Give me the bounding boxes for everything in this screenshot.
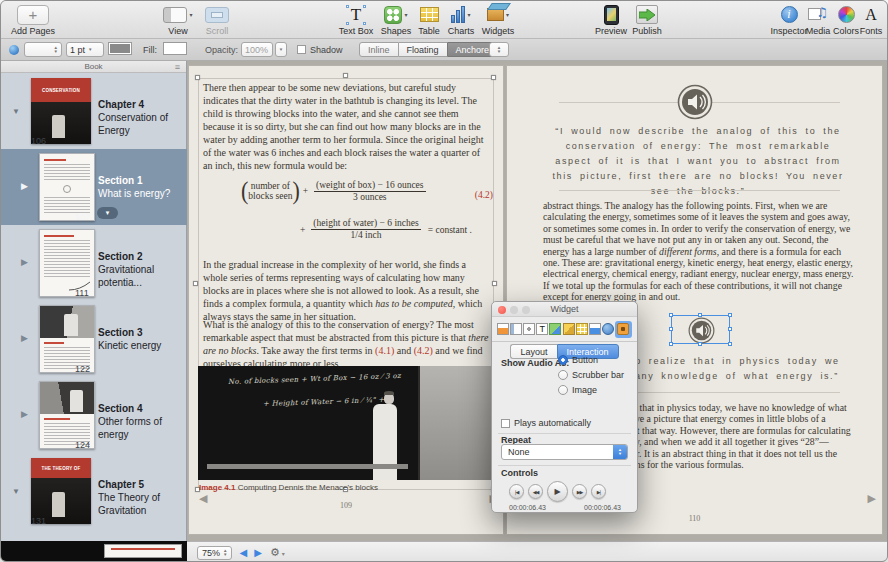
- opacity-field[interactable]: 100%: [241, 42, 273, 57]
- play-triangle-icon[interactable]: ▶: [21, 409, 28, 419]
- wrap-floating-segment[interactable]: Floating: [399, 42, 447, 57]
- selection-handle[interactable]: [728, 313, 732, 317]
- previous-page-button[interactable]: ◀: [239, 547, 247, 558]
- wrap-stepper[interactable]: ▲▼: [489, 42, 509, 57]
- sidebar-item-chapter-5[interactable]: ▼ THE THEORY OF 131 Chapter 5The Theory …: [1, 453, 187, 529]
- add-pages-button[interactable]: + Add Pages: [7, 3, 59, 36]
- zoom-level-select[interactable]: 75% ▲▼: [197, 546, 232, 560]
- shadow-checkbox[interactable]: Shadow: [297, 42, 343, 57]
- sidebar-header-label: Book: [84, 62, 102, 71]
- sidebar-item-section-4[interactable]: ▶ 124 Section 4Other forms of energy: [1, 377, 187, 453]
- selection-handle[interactable]: [728, 342, 732, 346]
- text-box-icon: T: [346, 5, 366, 25]
- sidebar-item-label: Section 4Other forms of energy: [98, 402, 187, 441]
- publish-icon: [636, 5, 658, 24]
- skip-to-end-button[interactable]: ▶|: [591, 484, 606, 499]
- play-triangle-icon[interactable]: ▶: [21, 333, 28, 343]
- sidebar-item-section-3[interactable]: ▶ 122 Section 3Kinetic energy: [1, 301, 187, 377]
- selection-handle[interactable]: [492, 281, 497, 286]
- document-inspector-icon[interactable]: [497, 323, 509, 335]
- play-triangle-icon[interactable]: ▶: [21, 257, 28, 267]
- publish-button[interactable]: Publish: [629, 3, 665, 36]
- close-icon[interactable]: [498, 306, 506, 314]
- metrics-inspector-icon[interactable]: [563, 323, 575, 335]
- selection-handle[interactable]: [193, 281, 198, 286]
- panel-title: Widget: [550, 304, 578, 314]
- inspector-icon: i: [781, 6, 798, 23]
- text-inspector-icon[interactable]: T: [536, 323, 548, 335]
- repeat-select[interactable]: None ▲▼: [501, 444, 628, 460]
- selection-handle[interactable]: [491, 75, 496, 80]
- radio-image-option[interactable]: Image: [558, 385, 597, 395]
- sidebar-item-section-1[interactable]: ▶ 107 Section 1What is energy? ▼: [1, 149, 187, 225]
- scroll-label: Scroll: [199, 26, 235, 36]
- sidebar-item-label: Section 3Kinetic energy: [98, 326, 161, 352]
- equation-4-2: ( number ofblocks seen ) + (weight of bo…: [241, 178, 429, 204]
- rewind-button[interactable]: ◀◀: [528, 484, 543, 499]
- fast-forward-button[interactable]: ▶▶: [572, 484, 587, 499]
- gear-icon[interactable]: ⚙ ▾: [270, 546, 285, 559]
- fonts-label: Fonts: [857, 26, 885, 36]
- book-sidebar: Book≡ ▼ CONSERVATION 106 Chapter 4Conser…: [1, 61, 187, 541]
- table-button[interactable]: Table: [413, 3, 445, 36]
- divider: [498, 465, 631, 466]
- table-inspector-icon[interactable]: [576, 323, 588, 335]
- section-dropdown-button[interactable]: ▼: [97, 207, 118, 219]
- sidebar-item-label: Section 1What is energy?: [98, 174, 170, 200]
- tab-layout[interactable]: Layout: [510, 344, 556, 359]
- page-number: 122: [75, 364, 90, 374]
- radio-button-option[interactable]: Button: [558, 355, 598, 365]
- opacity-dropdown[interactable]: ▼: [275, 42, 287, 57]
- page-forward-arrow[interactable]: ▶: [868, 492, 876, 505]
- link-inspector-icon[interactable]: [602, 323, 614, 335]
- sidebar-item-chapter-4[interactable]: ▼ CONSERVATION 106 Chapter 4Conservation…: [1, 73, 187, 149]
- text-box-button[interactable]: T Text Box: [335, 3, 377, 36]
- selection-handle[interactable]: [195, 75, 200, 80]
- wrap-inline-segment[interactable]: Inline: [359, 42, 399, 57]
- shapes-button[interactable]: ▾ Shapes: [377, 3, 415, 36]
- sidebar-item-section-2[interactable]: ▶ 111 Section 2Gravitational potentia...: [1, 225, 187, 301]
- play-button[interactable]: ▶: [547, 481, 568, 502]
- charts-button[interactable]: ▾ Charts: [443, 3, 479, 36]
- disclosure-triangle-icon[interactable]: ▼: [12, 487, 20, 496]
- stroke-width-select[interactable]: 1 pt ▼: [66, 42, 104, 57]
- graphic-inspector-icon[interactable]: [549, 323, 561, 335]
- gear-icon: [617, 323, 629, 335]
- selection-handle[interactable]: [669, 313, 673, 317]
- selected-audio-widget[interactable]: [671, 315, 730, 344]
- audio-widget-button[interactable]: [677, 84, 713, 124]
- selection-handle[interactable]: [669, 327, 673, 331]
- skip-to-start-button[interactable]: |◀: [509, 484, 524, 499]
- widgets-button[interactable]: ▾ Widgets: [477, 3, 519, 36]
- preview-button[interactable]: Preview: [593, 3, 629, 36]
- chart-inspector-icon[interactable]: [589, 323, 601, 335]
- shapes-label: Shapes: [377, 26, 415, 36]
- radio-scrubber-option[interactable]: Scrubber bar: [558, 370, 624, 380]
- menu-icon[interactable]: ≡: [175, 61, 180, 73]
- selection-handle[interactable]: [698, 342, 702, 346]
- wrap-inspector-icon[interactable]: [523, 323, 535, 335]
- disclosure-triangle-icon[interactable]: ▼: [12, 107, 20, 116]
- next-page-button[interactable]: ▶: [254, 547, 262, 558]
- section-thumbnail: [39, 153, 95, 221]
- layout-inspector-icon[interactable]: [510, 323, 522, 335]
- selection-handle[interactable]: [728, 327, 732, 331]
- panel-title-bar[interactable]: Widget: [492, 302, 637, 317]
- style-stepper-field[interactable]: ▲▼: [24, 42, 62, 57]
- fonts-button[interactable]: A Fonts: [857, 3, 885, 36]
- fill-color-well[interactable]: [163, 42, 187, 55]
- fill-label: Fill:: [143, 42, 157, 57]
- add-icon: +: [17, 5, 49, 25]
- selection-handle[interactable]: [669, 342, 673, 346]
- shadow-label: Shadow: [310, 45, 343, 55]
- media-button[interactable]: ♫ Media: [803, 3, 833, 36]
- play-triangle-icon[interactable]: ▶: [21, 181, 28, 191]
- chalk-formula-line-2: + Height of Water − 6 in ⁄ ¼" +: [263, 396, 385, 408]
- view-button[interactable]: ▾ View: [159, 3, 197, 36]
- stroke-color-well[interactable]: [108, 42, 132, 55]
- widget-inspector-icon[interactable]: [615, 321, 632, 338]
- selection-handle[interactable]: [698, 313, 702, 317]
- video-frame-image[interactable]: No. of blocks seen + Wt of Box − 16 oz ⁄…: [198, 366, 494, 480]
- selection-handle[interactable]: [343, 73, 348, 78]
- plays-automatically-checkbox[interactable]: Plays automatically: [501, 418, 591, 428]
